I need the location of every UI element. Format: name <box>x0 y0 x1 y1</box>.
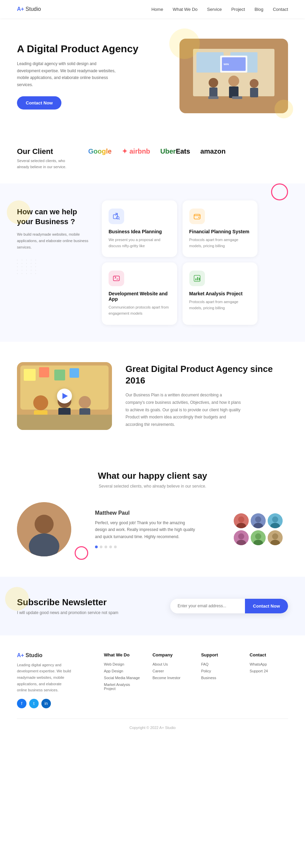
footer-grid: A+ Studio Leading digital agency and dev… <box>17 652 288 708</box>
wallet-icon <box>193 212 201 220</box>
clients-heading: Our Client <box>17 147 71 156</box>
twitter-icon[interactable]: t <box>29 699 39 708</box>
footer-social: f t in <box>17 699 94 708</box>
footer-link-support[interactable]: Support 24 <box>250 669 288 673</box>
footer-brand-desc: Leading digital agency and development e… <box>17 662 71 693</box>
footer-link-app-design[interactable]: App Design <box>104 669 142 673</box>
footer-col-4-links: WhatsApp Support 24 <box>250 662 288 673</box>
svg-text:WIN: WIN <box>224 63 229 66</box>
footer-col-3-links: FAQ Policy Business <box>201 662 240 680</box>
yellow-blob-help <box>7 200 31 224</box>
dot-5[interactable] <box>114 546 117 548</box>
hero-image-container: WIN <box>158 39 288 113</box>
google-logo: Google <box>88 147 112 155</box>
footer-brand: A+ Studio Leading digital agency and dev… <box>17 652 94 708</box>
card-business-idea: Business Idea Planning We present you a … <box>102 200 177 257</box>
pink-ring-icon <box>271 183 288 200</box>
newsletter-text: Subscribe Newsletter I will update good … <box>17 597 118 615</box>
newsletter-form[interactable]: Contact Now <box>170 599 288 613</box>
footer-col-contact: Contact WhatsApp Support 24 <box>250 652 288 708</box>
testimonial-avatar <box>17 502 71 556</box>
svg-rect-20 <box>113 276 119 281</box>
hero-cta-button[interactable]: Contact Now <box>17 96 61 110</box>
dot-pattern: ● ● ● ● ●● ● ● ● ●● ● ● ● ●● ● ● ● ●● ● … <box>17 258 51 275</box>
newsletter-subtext: I will update good news and promotion se… <box>17 610 118 615</box>
card-icon-code <box>109 271 124 286</box>
footer-link-business[interactable]: Business <box>201 676 240 680</box>
card-financial: Financial Planning System Protocols apar… <box>183 200 258 257</box>
footer-link-faq[interactable]: FAQ <box>201 662 240 666</box>
footer-link-market-analysis[interactable]: Market Analysis Project <box>104 683 142 691</box>
footer-link-investor[interactable]: Become Investor <box>152 676 191 680</box>
nav-link-home[interactable]: Home <box>151 6 163 12</box>
footer-col-2-heading: Company <box>152 652 191 657</box>
hero-description: Leading digital agency with solid design… <box>17 60 119 88</box>
svg-point-19 <box>198 217 199 218</box>
footer-col-company: Company About Us Career Become Investor <box>152 652 191 708</box>
footer-col-4-heading: Contact <box>250 652 288 657</box>
svg-rect-33 <box>17 415 112 430</box>
hero-section: A Digital Product Agency Leading digital… <box>0 18 305 130</box>
svg-rect-24 <box>199 278 200 280</box>
hero-title: A Digital Product Agency <box>17 42 148 55</box>
footer-link-web-design[interactable]: Web Design <box>104 662 142 666</box>
svg-rect-18 <box>194 214 200 219</box>
dot-3[interactable] <box>104 546 107 548</box>
footer-link-whatsapp[interactable]: WhatsApp <box>250 662 288 666</box>
testimonial-inner: Matthew Paul Perfect, very good job! Tha… <box>17 502 288 556</box>
card-2-title: Financial Planning System <box>189 229 251 234</box>
testimonials-subtext: Several selected clients, who already be… <box>17 484 288 489</box>
testimonial-dots <box>95 546 224 548</box>
clients-text: Our Client Several selected clients, who… <box>17 147 71 170</box>
dot-1[interactable] <box>95 546 98 548</box>
newsletter-cta-button[interactable]: Contact Now <box>245 599 288 613</box>
footer-link-career[interactable]: Career <box>152 669 191 673</box>
svg-rect-10 <box>250 88 258 97</box>
box-search-icon <box>112 212 120 220</box>
video-heading: Great Digital Product Agency since 2016 <box>126 363 288 387</box>
svg-point-54 <box>255 533 261 539</box>
code-icon <box>112 274 120 282</box>
facebook-icon[interactable]: f <box>17 699 26 708</box>
dot-2[interactable] <box>100 546 102 548</box>
card-1-title: Business Idea Planning <box>109 229 170 234</box>
footer-col-support: Support FAQ Policy Business <box>201 652 240 708</box>
nav-link-contact[interactable]: Contact <box>273 6 288 12</box>
dot-4[interactable] <box>109 546 112 548</box>
card-development: Development Website and App Communicatio… <box>102 262 177 324</box>
card-4-desc: Protocols apart from aengage models, pri… <box>189 299 251 311</box>
footer-logo: A+ Studio <box>17 652 94 658</box>
footer-col-1-heading: What We Do <box>104 652 142 657</box>
nav-link-project[interactable]: Project <box>231 6 245 12</box>
testimonial-person-photo <box>17 502 71 556</box>
nav-link-service[interactable]: Service <box>207 6 222 12</box>
yellow-blob-newsletter <box>5 587 29 611</box>
footer-link-social-media[interactable]: Social Media Manage <box>104 676 142 680</box>
chart-icon <box>193 274 201 282</box>
mini-avatar-6 <box>268 530 283 545</box>
footer-link-policy[interactable]: Policy <box>201 669 240 673</box>
svg-point-48 <box>272 516 278 522</box>
mini-avatar-5 <box>251 530 266 545</box>
testimonials-section: What our happy client say Several select… <box>0 450 305 577</box>
svg-point-39 <box>35 515 54 534</box>
nav-link-what-we-do[interactable]: What We Do <box>173 6 197 12</box>
footer-link-about[interactable]: About Us <box>152 662 191 666</box>
footer: A+ Studio Leading digital agency and dev… <box>0 635 305 740</box>
svg-rect-6 <box>209 87 217 98</box>
svg-rect-3 <box>196 52 224 73</box>
pink-ring-testimonial <box>75 546 88 560</box>
footer-copyright: Copyright © 2022 A+ Studio <box>17 718 288 730</box>
nav-link-blog[interactable]: Blog <box>254 6 263 12</box>
nav-links: HomeWhat We DoServiceProjectBlogContact <box>151 6 288 12</box>
svg-rect-12 <box>232 96 242 99</box>
avatar-cluster <box>234 513 288 545</box>
play-button[interactable] <box>57 389 72 403</box>
linkedin-icon[interactable]: in <box>41 699 51 708</box>
help-section: How can we help your Business ? We build… <box>0 183 305 341</box>
email-input[interactable] <box>170 599 245 613</box>
yellow-blob-accent2 <box>274 100 293 118</box>
svg-rect-35 <box>39 367 49 377</box>
newsletter-section: Subscribe Newsletter I will update good … <box>0 577 305 635</box>
amazon-logo: amazon <box>200 147 225 155</box>
